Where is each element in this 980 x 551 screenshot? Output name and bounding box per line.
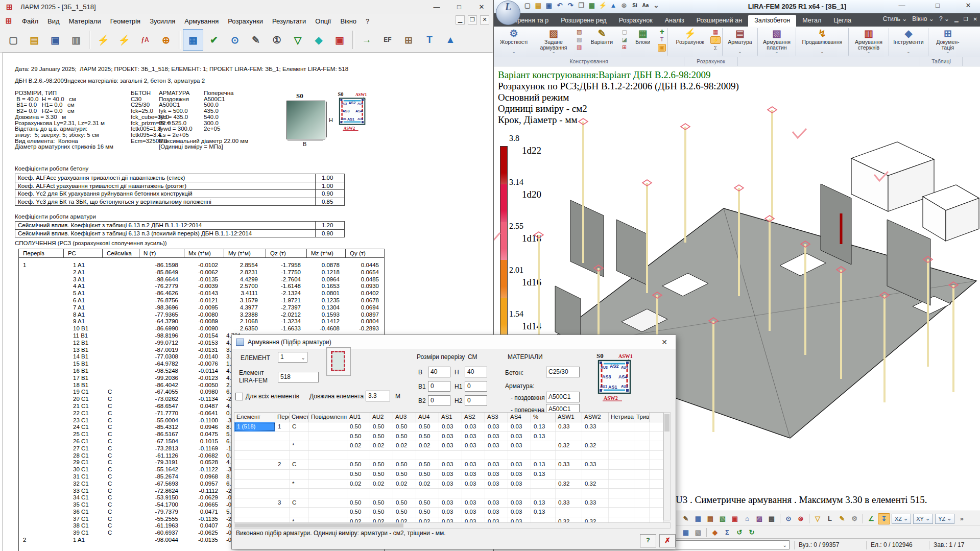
table-row[interactable]: *0.020.020.020.020.030.030.030.030.320.3…	[234, 480, 663, 489]
size-field[interactable]: 0	[465, 395, 487, 406]
close-button[interactable]: ✕	[470, 0, 493, 14]
ef-button[interactable]: EF	[377, 29, 398, 51]
table-row[interactable]: 2С0.500.500.500.500.030.030.030.030.130.…	[234, 460, 663, 470]
menu-item-Опції[interactable]: Опції	[310, 15, 336, 28]
tab-menu-Стиль[interactable]: Стиль ⌄	[883, 15, 907, 22]
close-dialog-button[interactable]: ✗	[659, 534, 676, 547]
help-button[interactable]: ?	[640, 534, 656, 547]
fragment-icon[interactable]: ▦	[680, 528, 691, 538]
size-field[interactable]: 0	[428, 381, 450, 392]
import-button[interactable]: ▥	[66, 29, 86, 51]
zoom-icon[interactable]: ⊙	[783, 514, 794, 524]
rebar-rod-icon[interactable]: ▨	[576, 29, 583, 35]
table-row[interactable]: 0.500.500.500.500.030.030.030.030.13	[234, 508, 663, 517]
gear-icon[interactable]: ⚙	[849, 514, 860, 524]
model-icon[interactable]: ▦	[588, 2, 596, 9]
element-combobox[interactable]: 1 ⌄	[278, 352, 307, 363]
menu-item-Результати[interactable]: Результати	[268, 15, 310, 28]
element-length-field[interactable]: 3.3	[366, 391, 390, 401]
table-row[interactable]: 0.500.500.500.500.030.030.030.030.13	[234, 470, 663, 480]
maximize-button[interactable]: □	[927, 2, 948, 9]
color-scale-icon[interactable]: ◆	[709, 528, 721, 538]
menu-item-Матеріали[interactable]: Матеріали	[64, 15, 106, 28]
lock-icon[interactable]: ⊗	[620, 2, 628, 9]
pins-icon[interactable]: ✚	[658, 29, 666, 35]
menu-item-Вікно[interactable]: Вікно	[336, 15, 361, 28]
new-icon[interactable]: ▢	[523, 2, 532, 9]
grid-button[interactable]: ⊞	[398, 29, 419, 51]
mdi-minimize-button[interactable]: ▁	[456, 15, 465, 25]
ribbon-Задане-армування-button[interactable]: ▨Задане армування⌄	[532, 27, 576, 57]
calculate-button[interactable]: ⚡	[93, 29, 113, 51]
flags-icon[interactable]: ▦	[692, 514, 704, 524]
mdi-mdi_min-button[interactable]: ▁	[954, 16, 959, 22]
tab-menu-?[interactable]: ? ⌄	[939, 15, 949, 22]
menu-item-Геометрія[interactable]: Геометрія	[106, 15, 145, 28]
table-row[interactable]: 1 (518)1С0.500.500.500.500.030.030.030.0…	[234, 422, 663, 432]
minimize-button[interactable]: —	[425, 0, 448, 14]
save-button[interactable]: ▣	[45, 29, 65, 51]
tab-Аналіз[interactable]: Аналіз	[659, 15, 690, 27]
sum-icon[interactable]: Σ	[710, 45, 721, 52]
panel-icon[interactable]: ▧	[692, 528, 704, 538]
mosaic-icon[interactable]: Σ	[722, 528, 733, 538]
show-mesh-icon[interactable]: ▧	[717, 514, 728, 524]
flashlight-icon[interactable]: ▽	[812, 514, 823, 524]
chart-icon[interactable]: ▲	[609, 2, 617, 9]
settings-target-button[interactable]: ⊕	[156, 29, 176, 51]
open-icon[interactable]: ▤	[534, 2, 542, 9]
plane-xy-button[interactable]: XY⌄	[913, 514, 933, 524]
mesh-red-icon[interactable]: ▦	[710, 29, 721, 35]
text-tool-button[interactable]: T	[419, 29, 440, 51]
ribbon-Блоки-button[interactable]: ▦Блоки	[628, 27, 658, 57]
all-elements-checkbox[interactable]	[235, 393, 243, 400]
maximize-button[interactable]: □	[448, 0, 470, 14]
si-icon[interactable]: Si	[631, 3, 639, 8]
table-row[interactable]	[234, 489, 663, 498]
scrollbar-thumb[interactable]	[664, 414, 670, 432]
menu-item-Армування[interactable]: Армування	[180, 15, 223, 28]
plane-yz-button[interactable]: YZ⌄	[935, 514, 954, 524]
undo-icon[interactable]: ↶	[556, 2, 564, 9]
lira-logo[interactable]: L	[496, 1, 520, 25]
anchor-icon[interactable]: ↧	[878, 513, 890, 524]
show-loads-icon[interactable]: ▤	[705, 514, 716, 524]
show-walls-icon[interactable]: ▨	[754, 514, 765, 524]
edit-doc-button[interactable]: ✎	[246, 29, 266, 51]
size-field[interactable]: 40	[428, 367, 450, 377]
export-arrow-button[interactable]: →	[356, 29, 377, 51]
report-browser-button[interactable]: ⊙	[225, 29, 245, 51]
copy-icon[interactable]: ❐	[577, 2, 585, 9]
rebar-mesh-icon[interactable]: ▧	[576, 36, 583, 43]
ribbon-Продавлювання-button[interactable]: ↯Продавлювання⌄	[798, 27, 847, 57]
ribbon-Варіанти-button[interactable]: ✎Варіанти	[583, 27, 620, 57]
calc-active-icon[interactable]: ⚡	[710, 36, 721, 44]
scrollbar-thumb[interactable]	[235, 523, 403, 528]
new-document-button[interactable]: ▢	[3, 29, 23, 51]
filter-button[interactable]: ▽	[288, 29, 308, 51]
menu-item-Вид[interactable]: Вид	[43, 15, 64, 28]
mdi-close-button[interactable]: ✕	[480, 15, 489, 25]
ribbon-Докумен--тація-button[interactable]: ⊞Докумен- тація⌄	[930, 27, 966, 57]
diamond-button[interactable]: ◆	[308, 29, 329, 51]
mdi-mdi_restore-button[interactable]: ❐	[964, 16, 968, 22]
minimize-button[interactable]: —	[892, 2, 912, 9]
toolbar-overflow-icon[interactable]: »	[956, 514, 967, 524]
dialog-titlebar[interactable]: Армування (Підбір арматури)	[232, 335, 676, 349]
show-solid-icon[interactable]: ▩	[766, 514, 777, 524]
tab-Розширене ред[interactable]: Розширене ред	[555, 15, 613, 27]
ribbon-Інструменти-button[interactable]: ◆Інструменти⌄	[891, 27, 926, 57]
open-button[interactable]: ▤	[24, 29, 44, 51]
results-table-button[interactable]: ▦	[183, 29, 203, 51]
table-horizontal-scrollbar[interactable]	[234, 522, 671, 529]
ribbon-Розрахунок-button[interactable]: ⚡Розрахунок	[670, 27, 710, 57]
longitudinal-field[interactable]: A500C1	[546, 392, 580, 402]
units-icon[interactable]: Aa	[641, 3, 650, 8]
concrete-field[interactable]: C25/30	[546, 367, 580, 377]
l-tool-icon[interactable]: L	[824, 514, 835, 524]
cube-icon[interactable]: ◪	[620, 36, 628, 43]
table-row[interactable]	[234, 451, 663, 461]
tab-Залізобетон[interactable]: Залізобетон	[748, 15, 796, 27]
doc-icon[interactable]: ▢	[620, 29, 628, 35]
brush-icon[interactable]: ✎	[680, 514, 691, 524]
